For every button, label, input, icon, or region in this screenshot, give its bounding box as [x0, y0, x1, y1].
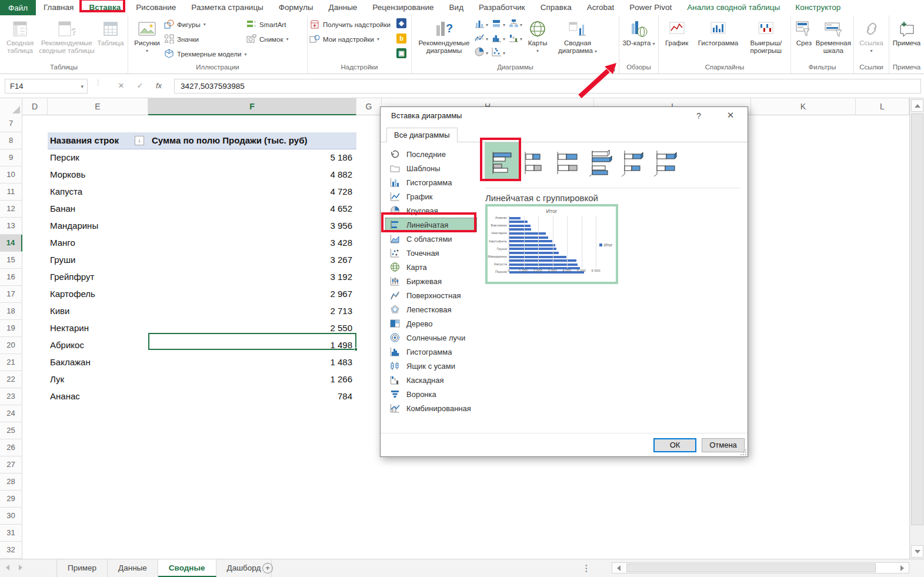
chart-category-histogram[interactable]: Гистограмма: [385, 345, 477, 359]
subtype-3d-100-stacked-bar[interactable]: [651, 149, 678, 176]
slicer-button[interactable]: Срез: [793, 17, 815, 47]
link-button[interactable]: Ссылка ▾: [856, 17, 887, 55]
pivot-row-name[interactable]: Персик: [48, 149, 148, 166]
pivot-row-name[interactable]: Груши: [48, 252, 148, 269]
tab-scroll-splitter[interactable]: •••: [585, 564, 588, 573]
ok-button[interactable]: ОК: [653, 438, 696, 452]
row-header-16[interactable]: 16: [0, 269, 22, 286]
pivot-sort-filter-button[interactable]: ↓: [135, 136, 144, 145]
sparkline-column-button[interactable]: Гистограмма: [693, 17, 743, 47]
chart-category-waterfall[interactable]: Каскадная: [385, 373, 477, 387]
fill-handle[interactable]: [354, 348, 358, 351]
row-header-9[interactable]: 9: [0, 149, 22, 166]
recommended-charts-button[interactable]: ? Рекомендуемые диаграммы: [413, 17, 475, 55]
cancel-button[interactable]: Отмена: [702, 438, 745, 452]
subtype-stacked-bar[interactable]: [522, 149, 549, 176]
insert-function-button[interactable]: fx: [151, 79, 167, 94]
tab-file[interactable]: Файл: [0, 0, 36, 15]
charts-dialog-launcher[interactable]: [609, 65, 616, 72]
ribbon-tab-acrobat[interactable]: Acrobat: [579, 0, 622, 15]
pivot-row-value[interactable]: 3 428: [148, 235, 356, 252]
vertical-scroll-thumb[interactable]: [911, 114, 923, 525]
dialog-close-button[interactable]: ✕: [718, 107, 743, 125]
subtype-3d-clustered-bar[interactable]: [586, 149, 613, 176]
pivot-row-value[interactable]: 784: [148, 388, 356, 405]
maps-button[interactable]: Карты ▾: [522, 17, 553, 55]
subtype-clustered-bar[interactable]: [489, 149, 516, 176]
my-addins-button[interactable]: Мои надстройки▾: [309, 33, 396, 46]
row-header-29[interactable]: 29: [0, 491, 22, 508]
pivot-row-name[interactable]: Нектарин: [48, 320, 148, 337]
ribbon-tab-рисование[interactable]: Рисование: [128, 0, 184, 15]
ribbon-tab-данные[interactable]: Данные: [321, 0, 365, 15]
insert-stacked-chart-button[interactable]: ▾: [492, 19, 505, 30]
pivot-row-name[interactable]: Картофель: [48, 286, 148, 303]
scroll-up-button[interactable]: [911, 99, 923, 112]
row-header-17[interactable]: 17: [0, 286, 22, 303]
sparkline-line-button[interactable]: График: [661, 17, 693, 47]
pivot-row-value[interactable]: 4 652: [148, 201, 356, 218]
pivot-row-name[interactable]: Ананас: [48, 388, 148, 405]
ribbon-tab-разработчик[interactable]: Разработчик: [471, 0, 533, 15]
chart-preview[interactable]: Итог АнанасБаклажанНектаринКартофельГруш…: [485, 204, 618, 284]
pivot-row-name[interactable]: Киви: [48, 303, 148, 320]
row-header-31[interactable]: 31: [0, 525, 22, 542]
scroll-right-button[interactable]: [896, 563, 908, 572]
shapes-button[interactable]: Фигуры▾: [164, 18, 246, 31]
addin-visio-icon[interactable]: ◆: [396, 18, 406, 28]
sheet-nav-right[interactable]: [19, 565, 22, 571]
chart-category-box[interactable]: Ящик с усами: [385, 359, 477, 373]
sheet-tab-Сводные[interactable]: Сводные: [158, 559, 216, 577]
row-header-21[interactable]: 21: [0, 354, 22, 371]
horizontal-scroll-thumb[interactable]: [626, 563, 876, 572]
column-header-D[interactable]: D: [22, 98, 48, 115]
insert-waterfall-chart-button[interactable]: ▾: [509, 34, 522, 44]
get-addins-button[interactable]: Получить надстройки: [309, 18, 396, 31]
subtype-3d-stacked-bar[interactable]: [619, 149, 646, 176]
chart-category-surface[interactable]: Поверхностная: [385, 288, 477, 302]
sheet-tab-Данные[interactable]: Данные: [108, 559, 158, 577]
name-box[interactable]: F14▾: [5, 79, 88, 94]
pivot-row-value[interactable]: 5 186: [148, 149, 356, 166]
chart-category-area[interactable]: С областями: [385, 232, 477, 246]
pivot-row-name[interactable]: Лук: [48, 371, 148, 388]
scroll-left-button[interactable]: [613, 563, 625, 572]
addin-bing-icon[interactable]: b: [396, 34, 406, 44]
pivot-row-value[interactable]: 1 266: [148, 371, 356, 388]
row-header-11[interactable]: 11: [0, 184, 22, 201]
pivot-chart-button[interactable]: Сводная диаграмма ▾: [553, 17, 602, 55]
row-header-10[interactable]: 10: [0, 166, 22, 184]
pivot-row-value[interactable]: 3 192: [148, 269, 356, 286]
row-header-20[interactable]: 20: [0, 337, 22, 354]
sparkline-winloss-button[interactable]: Выигрыш/проигрыш: [743, 17, 788, 55]
column-header-F[interactable]: F: [148, 98, 356, 115]
chart-category-treemap[interactable]: Дерево: [385, 316, 477, 331]
pivot-row-value[interactable]: 2 713: [148, 303, 356, 320]
row-header-26[interactable]: 26: [0, 439, 22, 456]
column-header-L[interactable]: L: [856, 98, 909, 115]
recommended-pivot-button[interactable]: ? Рекомендуемые сводные таблицы: [38, 17, 95, 55]
insert-histogram-chart-button[interactable]: ▾: [492, 34, 505, 44]
column-header-K[interactable]: K: [751, 98, 856, 115]
chart-category-funnel[interactable]: Воронка: [385, 387, 477, 401]
timeline-button[interactable]: Временная шкала: [815, 17, 852, 55]
pivot-table-button[interactable]: Сводная таблица: [2, 17, 38, 55]
chart-category-stock[interactable]: Биржевая: [385, 274, 477, 288]
pivot-row-name[interactable]: Морковь: [48, 166, 148, 184]
row-header-22[interactable]: 22: [0, 371, 22, 388]
pivot-row-name[interactable]: Мандарины: [48, 218, 148, 235]
row-header-23[interactable]: 23: [0, 388, 22, 405]
sheet-tab-Пример[interactable]: Пример: [56, 559, 108, 577]
vertical-scrollbar[interactable]: [909, 98, 924, 559]
insert-column-chart-button[interactable]: ▾: [475, 19, 488, 30]
chart-category-line[interactable]: График: [385, 189, 477, 204]
ribbon-tab-power-pivot[interactable]: Power Pivot: [622, 0, 679, 15]
row-header-8[interactable]: 8: [0, 132, 22, 149]
pivot-row-value[interactable]: 3 956: [148, 218, 356, 235]
chart-category-pie[interactable]: Круговая: [385, 204, 477, 218]
row-header-30[interactable]: 30: [0, 508, 22, 525]
row-header-13[interactable]: 13: [0, 218, 22, 235]
cancel-entry-button[interactable]: ✕: [113, 79, 129, 94]
column-header-G[interactable]: G: [356, 98, 382, 115]
column-header-E[interactable]: E: [48, 98, 148, 115]
